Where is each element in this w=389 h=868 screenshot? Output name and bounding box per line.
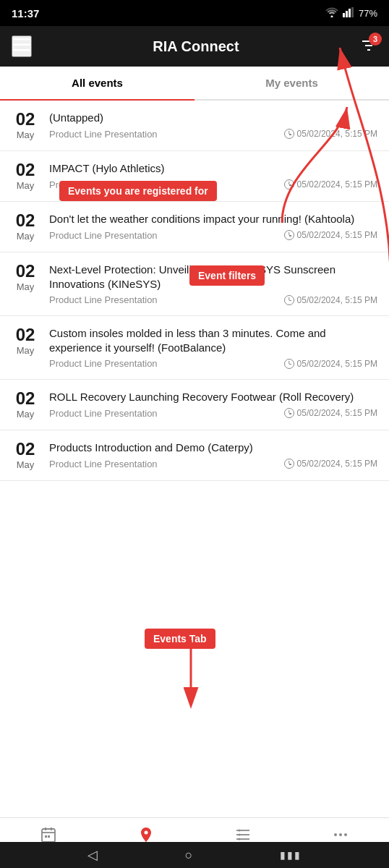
wifi-icon (325, 7, 338, 20)
svg-point-23 (334, 833, 337, 836)
svg-rect-5 (13, 44, 30, 46)
event-meta: Product Line Presentation 05/02/2024, 5:… (49, 459, 377, 469)
tab-all-events[interactable]: All events (0, 67, 194, 99)
menu-button[interactable] (12, 35, 32, 57)
svg-rect-4 (13, 38, 30, 41)
app-header: RIA Connect 3 (0, 26, 389, 67)
event-date: 02 May (12, 212, 39, 242)
list-item[interactable]: 02 May Custom insoles molded in less tha… (0, 316, 389, 380)
event-date: 02 May (12, 390, 39, 420)
svg-rect-3 (351, 7, 354, 17)
svg-point-25 (344, 833, 347, 836)
event-info: Custom insoles molded in less than 3 min… (49, 326, 377, 369)
clock-icon (284, 459, 294, 469)
svg-point-21 (239, 833, 241, 835)
system-nav-bar: ◁ ○ ▮▮▮ (0, 842, 389, 868)
event-date: 02 May (12, 326, 39, 356)
svg-rect-15 (48, 835, 50, 838)
tooltip-filters: Event filters (189, 265, 265, 286)
list-item[interactable]: 02 May Products Introduction and Demo (C… (0, 430, 389, 481)
arrow-events-tab (169, 637, 213, 712)
back-gesture[interactable]: ◁ (87, 847, 98, 863)
status-bar: 11:37 77% (0, 0, 389, 26)
event-meta: Product Line Presentation 05/02/2024, 5:… (49, 294, 377, 305)
clock-icon (284, 408, 294, 418)
app-title: RIA Connect (153, 38, 239, 55)
clock-icon (284, 295, 294, 305)
battery-text: 77% (359, 8, 377, 19)
svg-rect-1 (346, 11, 348, 17)
svg-rect-6 (13, 49, 30, 51)
status-icons: 77% (325, 7, 377, 20)
arrow-filters (333, 41, 389, 289)
event-date: 02 May (12, 111, 39, 140)
event-date: 02 May (12, 263, 39, 292)
event-info: ROLL Recovery Launching Recovery Footwea… (49, 390, 377, 419)
status-time: 11:37 (12, 7, 39, 20)
svg-point-22 (239, 838, 241, 840)
recent-gesture[interactable]: ▮▮▮ (280, 849, 302, 861)
svg-point-24 (339, 833, 342, 836)
event-tabs: All events My events (0, 67, 389, 101)
event-date: 02 May (12, 161, 39, 191)
svg-rect-0 (343, 13, 345, 17)
event-meta: Product Line Presentation 05/02/2024, 5:… (49, 358, 377, 369)
gesture-bar (0, 791, 389, 817)
clock-icon (284, 359, 294, 369)
event-meta: Product Line Presentation 05/02/2024, 5:… (49, 408, 377, 419)
svg-point-16 (144, 830, 148, 834)
svg-rect-14 (45, 835, 47, 838)
svg-point-20 (239, 829, 241, 831)
home-gesture[interactable]: ○ (185, 848, 193, 863)
event-date: 02 May (12, 441, 39, 470)
signal-icon (343, 7, 354, 20)
list-item[interactable]: 02 May ROLL Recovery Launching Recovery … (0, 380, 389, 430)
event-info: Products Introduction and Demo (Caterpy)… (49, 441, 377, 469)
svg-rect-2 (349, 9, 351, 17)
tooltip-registered: Events you are registered for (59, 181, 217, 201)
